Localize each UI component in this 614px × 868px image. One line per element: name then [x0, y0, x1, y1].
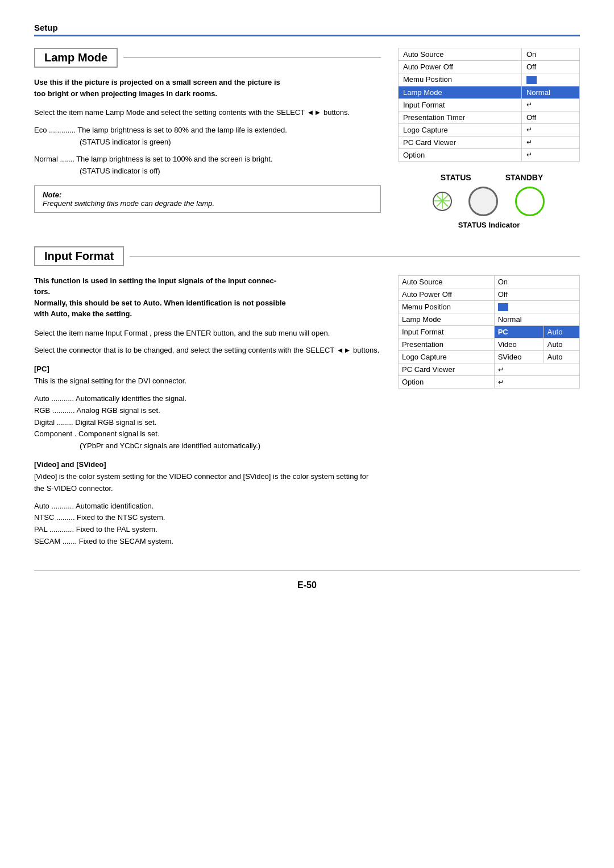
menu-row-pc-card-viewer: PC Card Viewer ↵ — [399, 136, 580, 148]
if-menu-row-memu-position: Memu Position — [399, 300, 580, 313]
lamp-mode-body1: Select the item name Lamp Mode and selec… — [34, 107, 381, 119]
page-wrapper: Setup Lamp Mode Use this if the picture … — [0, 0, 614, 625]
lamp-mode-intro: Use this if the picture is projected on … — [34, 77, 381, 99]
menu-row-auto-power-off: Auto Power Off Off — [399, 61, 580, 73]
pc-body: This is the signal setting for the DVI c… — [34, 375, 381, 387]
input-format-row: This function is used in setting the inp… — [34, 275, 580, 553]
status-indicator: ✳ — [433, 191, 451, 212]
if-value-presentation-auto: Auto — [544, 338, 579, 351]
lamp-mode-title-row: Lamp Mode — [34, 48, 381, 68]
input-format-title-row: Input Format — [34, 246, 580, 266]
if-value-memu-position — [494, 300, 579, 313]
bottom-rule — [34, 571, 580, 571]
input-format-menu: Auto Source On Auto Power Off Off Memu P… — [398, 275, 580, 389]
menu-label-auto-power-off: Auto Power Off — [399, 61, 522, 73]
standby-green-circle — [515, 187, 545, 216]
lamp-mode-title-line — [123, 57, 381, 58]
if-value-auto-power-off: Off — [494, 288, 579, 300]
input-format-title-line — [130, 256, 580, 257]
indicator-circles: ✳ — [433, 187, 545, 216]
if-value-lamp-mode: Normal — [494, 313, 579, 326]
status-label: STATUS — [441, 173, 471, 182]
if-menu-row-input-format: Input Format PC Auto — [399, 326, 580, 338]
input-format-body2: Select the connector that is to be chang… — [34, 345, 381, 357]
if-menu-row-pc-card-viewer: PC Card Viewer ↵ — [399, 363, 580, 376]
if-label-logo-capture: Logo Capture — [399, 351, 495, 363]
input-format-left: This function is used in setting the inp… — [34, 275, 381, 553]
lamp-mode-left: Lamp Mode Use this if the picture is pro… — [34, 48, 381, 229]
if-menu-row-auto-power-off: Auto Power Off Off — [399, 288, 580, 300]
video-body: [Video] is the color system setting for … — [34, 471, 381, 495]
indicator-area: STATUS STANDBY ✳ STATUS Indicator — [398, 173, 580, 229]
if-label-option: Option — [399, 376, 495, 388]
menu-label-logo-capture: Logo Capture — [399, 123, 522, 136]
if-value-logo-capture-auto: Auto — [544, 351, 579, 363]
menu-label-presentation-timer: Presentation Timer — [399, 111, 522, 123]
menu-label-memu-position: Memu Position — [399, 73, 522, 86]
menu-value-logo-capture: ↵ — [521, 123, 579, 136]
if-label-auto-source: Auto Source — [399, 275, 495, 288]
if-label-auto-power-off: Auto Power Off — [399, 288, 495, 300]
setup-title: Setup — [34, 23, 58, 32]
menu-label-option: Option — [399, 148, 522, 161]
lamp-normal-line: Normal ....... The lamp brightness is se… — [34, 154, 381, 177]
if-value-presentation-video: Video — [494, 338, 544, 351]
if-label-pc-card-viewer: PC Card Viewer — [399, 363, 495, 376]
menu-label-input-format: Input Format — [399, 98, 522, 111]
menu-value-pc-card-viewer: ↵ — [521, 136, 579, 148]
input-format-body1: Select the item name Input Format , pres… — [34, 328, 381, 340]
if-value-input-format-pc: PC — [494, 326, 544, 338]
lamp-mode-note: Note: Frequent switching this mode can d… — [34, 185, 381, 213]
if-menu-row-auto-source: Auto Source On — [399, 275, 580, 288]
menu-label-auto-source: Auto Source — [399, 48, 522, 61]
menu-row-input-format: Input Format ↵ — [399, 98, 580, 111]
pc-options: Auto ........... Automatically identifie… — [34, 393, 381, 452]
video-label: [Video] and [SVideo] — [34, 460, 381, 469]
menu-value-presentation-timer: Off — [521, 111, 579, 123]
standby-label: STANDBY — [505, 173, 544, 182]
menu-row-lamp-mode: Lamp Mode Normal — [399, 86, 580, 98]
video-options: Auto ........... Automatic identificatio… — [34, 501, 381, 548]
menu-row-auto-source: Auto Source On — [399, 48, 580, 61]
lamp-mode-right: Auto Source On Auto Power Off Off Memu P… — [398, 48, 580, 229]
standby-circle — [468, 187, 498, 216]
status-circle — [433, 192, 452, 211]
page-number: E-50 — [34, 580, 580, 590]
menu-row-memu-position: Memu Position — [399, 73, 580, 86]
lamp-eco-line: Eco ............. The lamp brightness is… — [34, 125, 381, 148]
menu-value-lamp-mode: Normal — [521, 86, 579, 98]
note-text: Frequent switching this mode can degrade… — [43, 199, 372, 208]
input-format-intro: This function is used in setting the inp… — [34, 275, 381, 320]
if-label-memu-position: Memu Position — [399, 300, 495, 313]
if-label-input-format: Input Format — [399, 326, 495, 338]
menu-label-pc-card-viewer: PC Card Viewer — [399, 136, 522, 148]
input-format-section: Input Format This function is used in se… — [34, 246, 580, 553]
lamp-mode-title: Lamp Mode — [44, 51, 107, 64]
lamp-mode-section: Lamp Mode Use this if the picture is pro… — [34, 48, 580, 229]
if-menu-row-presentation: Presentation Video Auto — [399, 338, 580, 351]
pc-label: [PC] — [34, 365, 381, 373]
menu-value-option: ↵ — [521, 148, 579, 161]
menu-row-presentation-timer: Presentation Timer Off — [399, 111, 580, 123]
lamp-mode-menu: Auto Source On Auto Power Off Off Memu P… — [398, 48, 580, 162]
if-label-lamp-mode: Lamp Mode — [399, 313, 495, 326]
input-format-title-box: Input Format — [34, 246, 124, 266]
menu-row-option: Option ↵ — [399, 148, 580, 161]
menu-label-lamp-mode: Lamp Mode — [399, 86, 522, 98]
if-label-presentation: Presentation — [399, 338, 495, 351]
status-indicator-caption: STATUS Indicator — [458, 221, 520, 229]
if-value-option: ↵ — [494, 376, 579, 388]
if-value-pc-card-viewer: ↵ — [494, 363, 579, 376]
menu-value-memu-position — [521, 73, 579, 86]
setup-header: Setup — [34, 23, 580, 36]
note-label: Note: — [43, 191, 372, 199]
menu-value-input-format: ↵ — [521, 98, 579, 111]
if-menu-row-lamp-mode: Lamp Mode Normal — [399, 313, 580, 326]
if-value-auto-source: On — [494, 275, 579, 288]
if-menu-row-option: Option ↵ — [399, 376, 580, 388]
menu-row-logo-capture: Logo Capture ↵ — [399, 123, 580, 136]
menu-value-auto-source: On — [521, 48, 579, 61]
if-menu-row-logo-capture: Logo Capture SVideo Auto — [399, 351, 580, 363]
input-format-right: Auto Source On Auto Power Off Off Memu P… — [398, 275, 580, 553]
input-format-title: Input Format — [44, 250, 114, 263]
